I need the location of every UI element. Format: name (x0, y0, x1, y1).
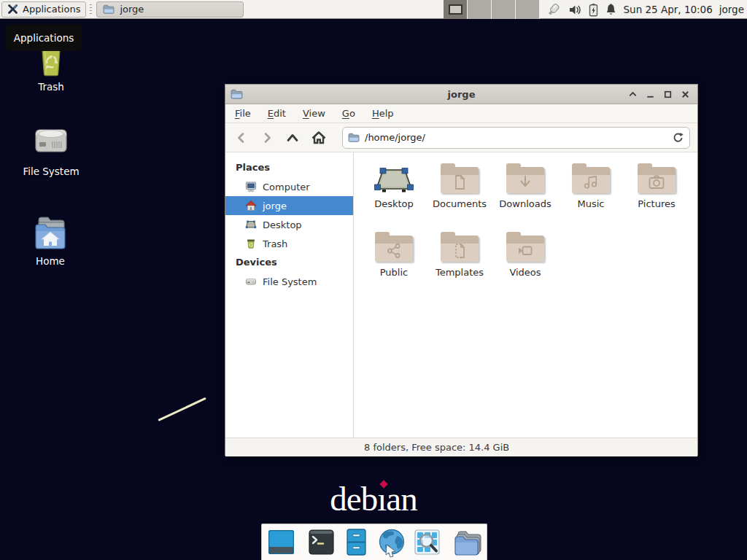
templates-folder-icon (441, 232, 479, 262)
folder-item-downloads[interactable]: Downloads (492, 163, 558, 209)
documents-folder-icon (441, 163, 479, 193)
system-tray: Sun 25 Apr, 10:06 jorge (546, 0, 745, 19)
toolbar: /home/jorge/ (225, 123, 697, 152)
status-bar: 8 folders, Free space: 14.4 GiB (225, 438, 697, 456)
close-button[interactable] (679, 88, 692, 101)
folder-label: Downloads (499, 198, 551, 209)
folder-item-documents[interactable]: Documents (427, 163, 492, 209)
applications-menu-button[interactable]: Applications (1, 1, 86, 18)
debian-logo-text: debıan (330, 479, 417, 518)
sidebar-item-trash[interactable]: Trash (225, 234, 353, 253)
folder-label: Music (578, 198, 605, 209)
public-folder-icon (375, 232, 413, 262)
trash-label: Trash (38, 81, 64, 93)
home-label: Home (36, 255, 65, 267)
location-folder-icon (348, 133, 360, 142)
volume-icon[interactable] (568, 4, 582, 16)
tooltip-text: Applications (14, 32, 74, 44)
workspace-1[interactable] (444, 0, 468, 19)
file-manager-icon[interactable] (452, 528, 483, 557)
sidebar-item-label: jorge (263, 201, 287, 211)
folder-item-music[interactable]: Music (558, 163, 624, 209)
menu-help[interactable]: Help (372, 108, 394, 119)
folder-label: Pictures (638, 198, 675, 209)
sidebar-item-label: File System (263, 276, 317, 287)
filesystem-label: File System (23, 166, 79, 177)
folder-label: Documents (433, 198, 487, 209)
applications-menu-label: Applications (23, 4, 80, 15)
sidebar-item-jorge[interactable]: jorge (225, 196, 353, 215)
drive-icon (245, 276, 257, 287)
sidebar-item-desktop[interactable]: Desktop (225, 215, 353, 234)
reload-icon[interactable] (672, 131, 684, 144)
menu-file[interactable]: File (235, 108, 251, 119)
folder-item-public[interactable]: Public (361, 232, 427, 278)
sidebar-item-computer[interactable]: Computer (225, 177, 353, 196)
application-finder-icon[interactable] (412, 527, 442, 557)
folder-label: Public (380, 267, 408, 278)
videos-folder-icon (506, 232, 544, 262)
menu-bar: File Edit View Go Help (225, 104, 697, 123)
show-desktop-icon[interactable] (266, 527, 296, 557)
battery-charging-icon[interactable] (589, 3, 598, 17)
web-browser-icon[interactable] (376, 527, 407, 558)
status-text: 8 folders, Free space: 14.4 GiB (364, 442, 509, 453)
workspace-4[interactable] (516, 0, 540, 19)
trash-small-icon (245, 238, 257, 249)
location-bar[interactable]: /home/jorge/ (342, 127, 690, 149)
desktop-icon-filesystem[interactable]: File System (11, 121, 91, 177)
folder-label: Videos (509, 267, 541, 278)
pictures-folder-icon (638, 163, 676, 193)
sidebar-item-filesystem[interactable]: File System (225, 272, 353, 291)
shade-button[interactable] (627, 88, 639, 101)
panel-handle[interactable] (88, 4, 93, 15)
debian-red-dot (380, 480, 388, 488)
panel-clock[interactable]: Sun 25 Apr, 10:06 (624, 4, 713, 15)
notifications-bell-icon[interactable] (605, 3, 617, 16)
top-panel: Applications jorge (0, 0, 747, 19)
devices-header: Devices (225, 253, 353, 272)
sidebar-item-label: Trash (263, 238, 287, 249)
window-titlebar[interactable]: jorge (225, 85, 697, 104)
hard-drive-icon (31, 121, 71, 162)
mouse-tray-icon[interactable] (546, 2, 562, 17)
workspace-switcher[interactable] (444, 0, 540, 19)
desktop-desk-icon (374, 163, 414, 193)
back-button[interactable] (234, 131, 249, 145)
menu-edit[interactable]: Edit (268, 108, 286, 119)
taskbar-window-label: jorge (120, 4, 144, 15)
folder-label: Desktop (374, 198, 414, 209)
panel-username[interactable]: jorge (719, 4, 744, 15)
folder-view[interactable]: Desktop Documents (355, 152, 697, 438)
window-content: Places Computer (225, 152, 697, 438)
maximize-button[interactable] (662, 88, 674, 101)
taskbar-window-button[interactable]: jorge (96, 1, 244, 18)
pointer-cursor (158, 397, 206, 421)
home-button[interactable] (311, 131, 327, 145)
folder-item-desktop[interactable]: Desktop (361, 163, 427, 209)
minimize-button[interactable] (644, 88, 657, 101)
folder-item-pictures[interactable]: Pictures (624, 163, 689, 209)
forward-button[interactable] (260, 131, 274, 145)
folder-label: Templates (436, 267, 484, 278)
desktop-icon (245, 219, 257, 230)
location-path[interactable]: /home/jorge/ (365, 132, 667, 143)
folder-item-templates[interactable]: Templates (427, 232, 492, 278)
computer-icon (245, 181, 257, 192)
workspace-2[interactable] (468, 0, 492, 19)
menu-go[interactable]: Go (342, 108, 355, 119)
folder-item-videos[interactable]: Videos (492, 232, 558, 278)
terminal-icon[interactable] (306, 527, 336, 557)
xfce-applications-icon (7, 4, 18, 15)
workspace-window-preview (449, 4, 462, 15)
file-cabinet-icon[interactable] (341, 527, 371, 557)
menu-view[interactable]: View (303, 108, 325, 119)
desktop-icon-home[interactable]: Home (10, 215, 90, 267)
workspace-3[interactable] (492, 0, 516, 19)
up-button[interactable] (285, 131, 300, 145)
side-pane: Places Computer (225, 152, 354, 438)
applications-tooltip: Applications (6, 24, 82, 51)
downloads-folder-icon (506, 163, 544, 193)
folder-window-icon (103, 4, 115, 14)
home-icon (245, 200, 257, 211)
